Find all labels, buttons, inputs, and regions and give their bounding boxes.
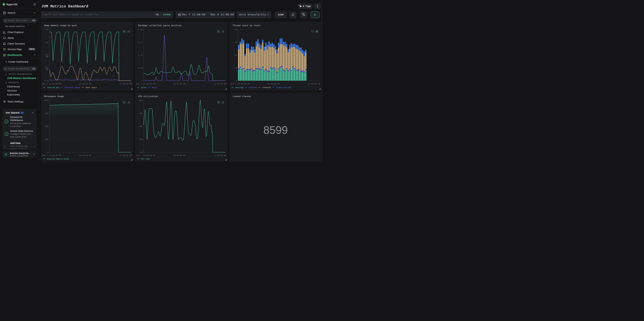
svg-text:blocked: blocked [249, 87, 256, 89]
svg-text:0.04: 0.04 [138, 67, 142, 69]
svg-text:75M: 75M [45, 112, 48, 114]
svg-text:10:30:00 PM: 10:30:00 PM [173, 154, 186, 156]
svg-text:Loaded classes: Loaded classes [233, 95, 251, 98]
svg-text:CPU utilization: CPU utilization [138, 95, 158, 98]
svg-text:timed_waiting: timed_waiting [276, 87, 291, 89]
svg-text:10%: 10% [139, 138, 142, 140]
svg-text:1 GB: 1 GB [44, 41, 48, 43]
svg-text:Dec 7 12:00:00 PM: Dec 7 12:00:00 PM [42, 154, 61, 156]
svg-text:Heap memory usage by pool: Heap memory usage by pool [44, 24, 77, 27]
svg-text:waiting: waiting [236, 87, 243, 89]
svg-text:Metaspace Usage: Metaspace Usage [44, 95, 64, 98]
svg-text:60: 60 [235, 28, 237, 30]
svg-text:0%: 0% [140, 151, 142, 153]
svg-text:0.08: 0.08 [138, 54, 142, 56]
svg-text:100M: 100M [44, 99, 48, 101]
svg-text:11:30:00 AM: 11:30:00 AM [308, 83, 320, 85]
svg-text:0.16: 0.16 [138, 28, 142, 30]
svg-text:11:30:00 AM: 11:30:00 AM [120, 83, 132, 85]
svg-text:25M: 25M [45, 138, 48, 140]
svg-text:50M: 50M [45, 125, 48, 127]
svg-text:Dec 7 12:00:00 PM: Dec 7 12:00:00 PM [42, 83, 61, 85]
svg-text:10:30:00 PM: 10:30:00 PM [79, 83, 92, 85]
svg-text:minor: minor [141, 87, 147, 89]
svg-text:8599: 8599 [264, 124, 288, 136]
svg-text:30: 30 [235, 54, 237, 56]
svg-text:11:30:00 AM: 11:30:00 AM [120, 154, 132, 156]
svg-text:10:30:00 PM: 10:30:00 PM [268, 83, 280, 85]
svg-text:MB: MB [46, 69, 48, 71]
svg-text:0.12: 0.12 [138, 41, 142, 43]
svg-text:15: 15 [235, 67, 237, 69]
svg-text:runnable: runnable [262, 87, 271, 89]
svg-text:CPU time: CPU time [141, 158, 150, 160]
svg-text:0: 0 [141, 80, 142, 82]
svg-text:Eden Space: Eden Space [86, 87, 97, 89]
svg-text:Dec 7 12:00:00 PM: Dec 7 12:00:00 PM [136, 83, 155, 85]
svg-text:11:30:00 AM: 11:30:00 AM [214, 154, 226, 156]
svg-text:Survivor Space: Survivor Space [65, 87, 80, 89]
svg-text:0: 0 [236, 80, 237, 82]
svg-text:30%: 30% [139, 112, 142, 114]
svg-text:10:30:00 PM: 10:30:00 PM [173, 83, 186, 85]
svg-text:11:30:00 AM: 11:30:00 AM [214, 83, 226, 85]
svg-text:1 GB: 1 GB [44, 28, 48, 30]
svg-text:Thread count by state: Thread count by state [233, 24, 260, 27]
svg-text:0 B: 0 B [45, 80, 48, 82]
svg-text:0: 0 [47, 151, 48, 153]
svg-text:45: 45 [235, 41, 237, 43]
svg-text:MB: MB [46, 56, 48, 58]
svg-text:20%: 20% [139, 125, 142, 127]
svg-text:10:30:00 PM: 10:30:00 PM [79, 154, 92, 156]
svg-text:major: major [152, 87, 158, 89]
svg-text:Garbage collection pause durat: Garbage collection pause duration [138, 24, 182, 27]
svg-text:40%: 40% [139, 99, 142, 101]
svg-text:Dec 7 12:00:00 PM: Dec 7 12:00:00 PM [136, 154, 155, 156]
svg-text:avg(jvm.memory.used): avg(jvm.memory.used) [47, 158, 69, 160]
svg-text:Tenured Gen: Tenured Gen [47, 87, 59, 89]
svg-text:Dec 7 12:00:00 PM: Dec 7 12:00:00 PM [231, 83, 250, 85]
